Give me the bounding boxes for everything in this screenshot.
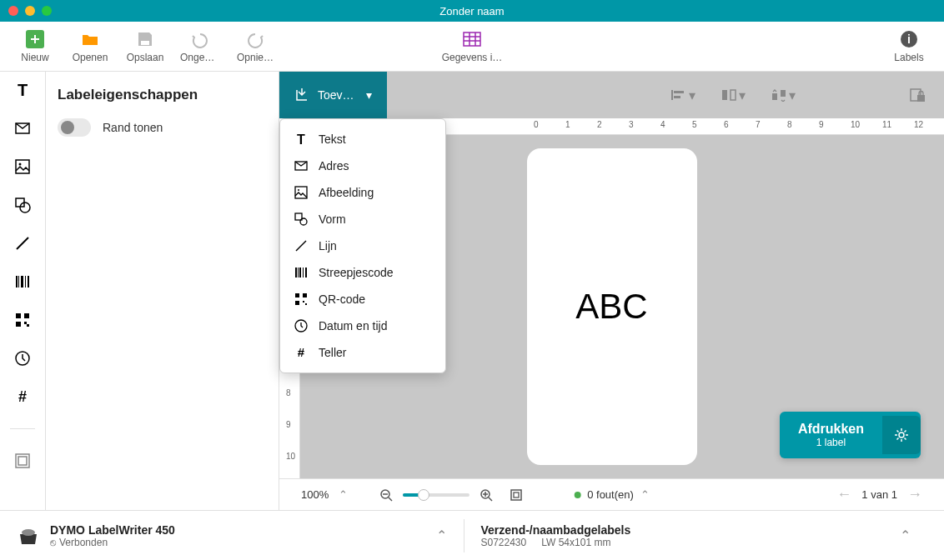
svg-rect-51 [674, 96, 680, 98]
svg-rect-52 [722, 90, 727, 100]
image-tool-icon[interactable] [13, 157, 33, 177]
printer-expand-icon[interactable]: ⌃ [436, 528, 447, 543]
labels-button[interactable]: i Labels [889, 30, 929, 63]
datetime-tool-icon[interactable] [13, 348, 33, 368]
properties-panel: Labeleigenschappen Rand tonen [46, 72, 279, 510]
svg-rect-50 [674, 91, 684, 93]
svg-rect-55 [781, 90, 786, 97]
clock-icon [294, 318, 309, 333]
svg-rect-41 [305, 268, 307, 278]
align-left-icon[interactable]: ▾ [670, 88, 695, 103]
barcode-tool-icon[interactable] [13, 272, 33, 292]
dd-counter[interactable]: #Teller [280, 339, 445, 366]
show-border-label: Rand tonen [103, 121, 163, 134]
zoom-in-icon[interactable] [480, 488, 493, 502]
svg-rect-39 [299, 268, 301, 278]
print-button[interactable]: Afdrukken 1 label [780, 412, 921, 458]
qrcode-tool-icon[interactable] [13, 310, 33, 330]
error-count: 0 fout(en) [587, 488, 634, 501]
label-expand-icon[interactable]: ⌃ [900, 528, 911, 543]
fit-icon[interactable] [510, 488, 523, 502]
lock-icon[interactable] [909, 87, 926, 103]
maximize-window[interactable] [42, 6, 52, 16]
print-settings-button[interactable] [882, 416, 921, 454]
svg-rect-54 [772, 93, 777, 100]
gear-icon [894, 428, 909, 442]
svg-rect-2 [464, 32, 480, 46]
main-toolbar: Nieuw Openen Opslaan Onged… Opnie… [0, 22, 944, 72]
svg-point-68 [22, 529, 35, 536]
next-page-icon[interactable]: → [907, 486, 922, 503]
prev-page-icon[interactable]: ← [836, 486, 851, 503]
text-tool-icon[interactable]: T [13, 80, 33, 100]
svg-rect-19 [25, 276, 26, 288]
svg-rect-44 [295, 301, 299, 305]
zoom-slider[interactable] [403, 493, 469, 497]
svg-point-58 [899, 432, 904, 438]
dd-address[interactable]: Adres [280, 152, 445, 179]
counter-tool-icon[interactable]: # [13, 387, 33, 407]
qrcode-icon [294, 292, 309, 307]
table-icon [463, 30, 481, 48]
dd-barcode[interactable]: Streepjescode [280, 259, 445, 286]
label-preview[interactable]: ABC [527, 148, 697, 465]
svg-rect-42 [295, 293, 299, 298]
dd-text[interactable]: TTekst [280, 126, 445, 152]
label-text[interactable]: ABC [575, 287, 647, 327]
minimize-window[interactable] [25, 6, 35, 16]
folder-icon [81, 30, 99, 48]
arrange-icon[interactable]: ▾ [771, 88, 796, 103]
chevron-up-icon[interactable]: ⌃ [640, 488, 650, 501]
zoom-level: 100% [301, 488, 329, 501]
svg-point-14 [20, 202, 30, 212]
chevron-up-icon[interactable]: ⌃ [339, 488, 348, 501]
status-dot-icon [574, 492, 580, 498]
show-border-toggle[interactable] [58, 118, 91, 137]
align-distribute-icon[interactable]: ▾ [721, 88, 746, 103]
open-button[interactable]: Openen [70, 30, 110, 63]
dd-datetime[interactable]: Datum en tijd [280, 312, 445, 339]
dd-qrcode[interactable]: QR-code [280, 286, 445, 312]
left-toolbar: T # [0, 72, 46, 510]
svg-rect-24 [24, 322, 27, 324]
svg-rect-21 [16, 313, 21, 318]
svg-text:T: T [297, 132, 305, 146]
shape-tool-icon[interactable] [13, 195, 33, 215]
dd-line[interactable]: Lijn [280, 232, 445, 259]
barcode-icon [294, 265, 309, 280]
undo-button[interactable]: Onged… [180, 30, 220, 63]
new-button[interactable]: Nieuw [15, 30, 55, 63]
window-title: Zonder naam [439, 5, 504, 18]
svg-line-15 [17, 238, 28, 249]
save-button[interactable]: Opslaan [125, 30, 165, 63]
label-size: LW 54x101 mm [541, 537, 610, 548]
line-tool-icon[interactable] [13, 233, 33, 253]
svg-rect-1 [141, 41, 149, 45]
svg-rect-20 [28, 276, 29, 288]
hash-icon: # [294, 345, 309, 360]
window-controls [8, 6, 52, 16]
add-icon [294, 88, 309, 102]
redo-button[interactable]: Opnie… [235, 30, 275, 63]
svg-text:#: # [18, 388, 27, 405]
add-button[interactable]: Toev… ▾ [279, 72, 387, 118]
svg-line-60 [389, 498, 392, 501]
layout-tool-icon[interactable] [13, 451, 33, 471]
zoom-out-icon[interactable] [379, 488, 393, 502]
import-button[interactable]: Gegevens i… [439, 30, 505, 63]
line-icon [294, 238, 309, 253]
text-icon: T [294, 132, 309, 147]
svg-rect-38 [298, 268, 299, 278]
svg-point-33 [298, 189, 299, 191]
dd-shape[interactable]: Vorm [280, 206, 445, 232]
svg-rect-57 [917, 95, 925, 102]
shape-icon [294, 212, 309, 227]
dd-image[interactable]: Afbeelding [280, 179, 445, 206]
address-tool-icon[interactable] [13, 118, 33, 138]
close-window[interactable] [8, 6, 18, 16]
svg-rect-23 [16, 322, 21, 327]
canvas-area: Toev… ▾ TTekst Adres Afbeelding Vorm Lij… [279, 72, 944, 510]
add-dropdown: TTekst Adres Afbeelding Vorm Lijn Streep… [279, 118, 446, 373]
svg-text:#: # [298, 346, 305, 359]
titlebar: Zonder naam [0, 0, 944, 22]
